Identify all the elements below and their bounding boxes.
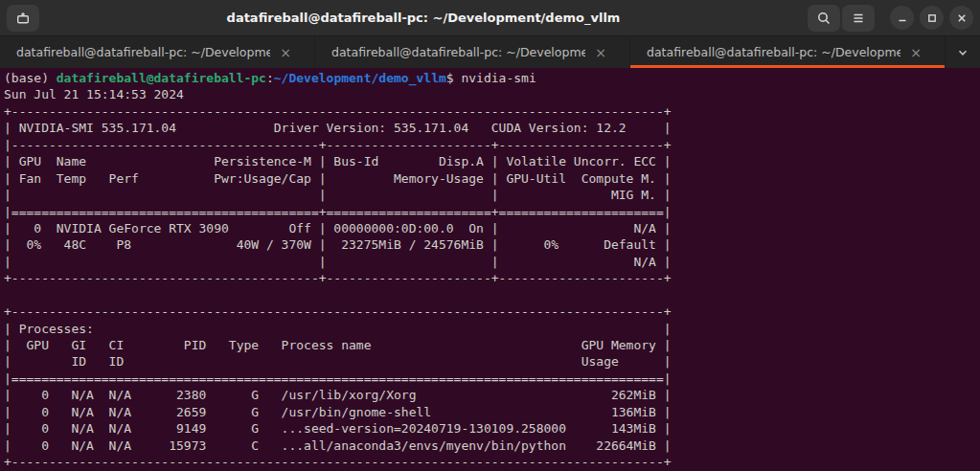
titlebar: datafireball@datafireball-pc: ~/Developm… (0, 0, 980, 36)
menu-button[interactable] (842, 5, 875, 32)
new-tab-button[interactable] (7, 5, 39, 32)
maximize-button[interactable] (920, 6, 944, 30)
terminal-line: +---------------------------------------… (4, 454, 980, 470)
hamburger-menu-icon (851, 11, 866, 26)
terminal-line: |---------------------------------------… (4, 137, 980, 153)
prompt-separator: : (266, 71, 274, 85)
prompt-venv: (base) (4, 71, 57, 85)
prompt-line: (base) datafireball@datafireball-pc:~/De… (4, 70, 980, 86)
prompt-symbol: $ (446, 71, 462, 85)
terminal-line: | 0 N/A N/A 2659 G /usr/bin/gnome-shell … (4, 404, 980, 420)
terminal-line: | ID ID Usage | (4, 353, 980, 370)
search-button[interactable] (808, 5, 840, 32)
terminal-line: | Fan Temp Perf Pwr:Usage/Cap | Memory-U… (4, 170, 980, 187)
terminal-line: | | | N/A | (4, 254, 980, 270)
terminal-line: Sun Jul 21 15:14:53 2024 (4, 86, 980, 102)
terminal-line: +---------------------------------------… (4, 270, 980, 286)
new-tab-icon (15, 11, 31, 26)
prompt-path: ~/Development/demo_vllm (274, 71, 446, 85)
tab-3-active[interactable]: datafireball@datafireball-pc: ~/Developm… (630, 36, 946, 68)
tab-2[interactable]: datafireball@datafireball-pc: ~/Developm… (315, 36, 630, 68)
terminal-line: | 0% 48C P8 40W / 370W | 23275MiB / 2457… (4, 236, 980, 253)
terminal-line: +---------------------------------------… (4, 103, 980, 120)
window-title: datafireball@datafireball-pc: ~/Developm… (45, 11, 802, 25)
close-icon (955, 11, 969, 25)
terminal-line: | 0 N/A N/A 15973 C ...all/anaconda3/env… (4, 437, 980, 454)
tab-close-icon[interactable]: × (910, 46, 922, 59)
tab-bar: datafireball@datafireball-pc: ~/Developm… (0, 36, 980, 68)
terminal-line: +---------------------------------------… (4, 303, 980, 320)
minimize-button[interactable] (890, 6, 914, 30)
terminal-line (4, 287, 980, 303)
terminal-line: | Processes: | (4, 321, 980, 337)
chevron-down-icon (956, 46, 969, 59)
terminal-window: datafireball@datafireball-pc: ~/Developm… (0, 0, 980, 471)
terminal-line: | NVIDIA-SMI 535.171.04 Driver Version: … (4, 120, 980, 136)
tab-1[interactable]: datafireball@datafireball-pc: ~/Developm… (0, 36, 315, 68)
terminal-output[interactable]: (base) datafireball@datafireball-pc:~/De… (0, 68, 980, 471)
command-text: nvidia-smi (461, 71, 536, 85)
tab-list-chevron-button[interactable] (946, 36, 980, 68)
terminal-line: | GPU Name Persistence-M | Bus-Id Disp.A… (4, 153, 980, 169)
prompt-user-host: datafireball@datafireball-pc (57, 71, 266, 85)
terminal-line: |=======================================… (4, 370, 980, 387)
terminal-line: | 0 N/A N/A 2380 G /usr/lib/xorg/Xorg 26… (4, 387, 980, 403)
tab-label: datafireball@datafireball-pc: ~/Developm… (16, 45, 270, 59)
terminal-lines: Sun Jul 21 15:14:53 2024+---------------… (4, 86, 980, 470)
tab-close-icon[interactable]: × (280, 46, 291, 59)
maximize-icon (925, 11, 939, 25)
terminal-line: | | | MIG M. | (4, 187, 980, 203)
tab-close-icon[interactable]: × (595, 46, 606, 59)
terminal-line: | 0 NVIDIA GeForce RTX 3090 Off | 000000… (4, 220, 980, 236)
close-button[interactable] (949, 6, 973, 30)
terminal-line: | 0 N/A N/A 9149 G ...seed-version=20240… (4, 420, 980, 437)
terminal-line: |=======================================… (4, 204, 980, 220)
search-icon (816, 11, 832, 26)
terminal-line: | GPU GI CI PID Type Process name GPU Me… (4, 337, 980, 353)
tab-label: datafireball@datafireball-pc: ~/Developm… (331, 45, 585, 59)
titlebar-controls (808, 5, 973, 32)
minimize-icon (896, 11, 909, 25)
tab-label: datafireball@datafireball-pc: ~/Developm… (647, 45, 900, 59)
